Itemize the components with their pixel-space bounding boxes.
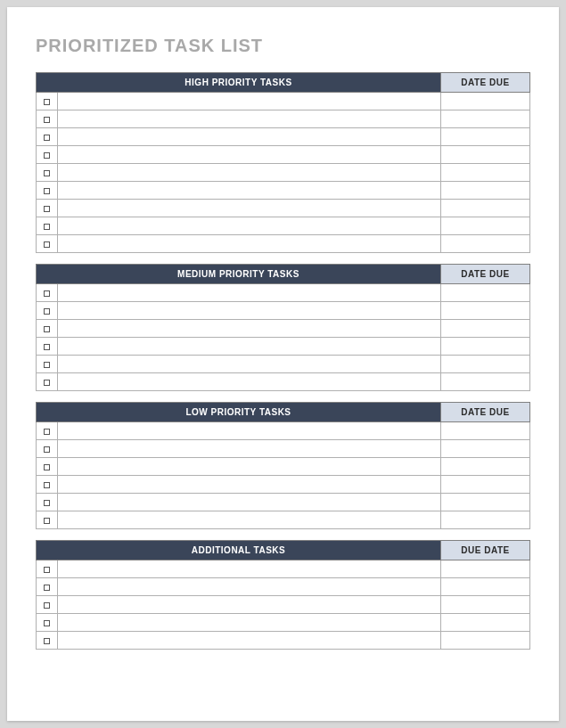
checkbox-cell[interactable]: [37, 182, 58, 200]
checkbox-cell[interactable]: [37, 338, 58, 356]
task-cell[interactable]: [58, 458, 441, 476]
task-cell[interactable]: [58, 200, 441, 217]
date-due-cell[interactable]: [441, 302, 530, 320]
date-due-cell[interactable]: [441, 440, 530, 458]
checkbox-icon[interactable]: [44, 241, 50, 248]
task-cell[interactable]: [58, 338, 441, 356]
date-due-cell[interactable]: [441, 110, 530, 128]
task-cell[interactable]: [58, 146, 441, 164]
checkbox-cell[interactable]: [37, 614, 58, 632]
task-cell[interactable]: [58, 476, 441, 494]
checkbox-icon[interactable]: [44, 518, 50, 524]
checkbox-icon[interactable]: [44, 152, 50, 159]
date-due-cell[interactable]: [441, 235, 530, 253]
checkbox-icon[interactable]: [44, 206, 50, 212]
date-due-cell[interactable]: [441, 494, 530, 511]
date-due-cell[interactable]: [441, 356, 530, 373]
date-due-cell[interactable]: [441, 200, 530, 217]
checkbox-icon[interactable]: [44, 135, 50, 141]
checkbox-cell[interactable]: [37, 476, 58, 494]
task-cell[interactable]: [58, 110, 441, 128]
task-cell[interactable]: [58, 422, 441, 440]
checkbox-cell[interactable]: [37, 284, 58, 302]
checkbox-cell[interactable]: [37, 320, 58, 338]
checkbox-cell[interactable]: [37, 422, 58, 440]
checkbox-icon[interactable]: [44, 188, 50, 194]
checkbox-cell[interactable]: [37, 164, 58, 182]
checkbox-cell[interactable]: [37, 128, 58, 146]
checkbox-icon[interactable]: [44, 170, 50, 176]
checkbox-icon[interactable]: [44, 117, 50, 123]
task-cell[interactable]: [58, 614, 441, 632]
date-due-cell[interactable]: [441, 614, 530, 632]
checkbox-cell[interactable]: [37, 596, 58, 614]
date-due-cell[interactable]: [441, 164, 530, 182]
date-due-cell[interactable]: [441, 476, 530, 494]
checkbox-icon[interactable]: [44, 344, 50, 350]
checkbox-cell[interactable]: [37, 235, 58, 253]
date-due-cell[interactable]: [441, 182, 530, 200]
checkbox-cell[interactable]: [37, 217, 58, 235]
task-cell[interactable]: [58, 560, 441, 578]
task-cell[interactable]: [58, 320, 441, 338]
checkbox-icon[interactable]: [44, 308, 50, 315]
checkbox-icon[interactable]: [44, 638, 50, 644]
checkbox-icon[interactable]: [44, 567, 50, 573]
checkbox-icon[interactable]: [44, 380, 50, 386]
date-due-cell[interactable]: [441, 422, 530, 440]
date-due-cell[interactable]: [441, 578, 530, 596]
task-cell[interactable]: [58, 164, 441, 182]
date-due-cell[interactable]: [441, 284, 530, 302]
checkbox-cell[interactable]: [37, 200, 58, 217]
checkbox-cell[interactable]: [37, 458, 58, 476]
checkbox-icon[interactable]: [44, 464, 50, 470]
checkbox-cell[interactable]: [37, 511, 58, 529]
task-cell[interactable]: [58, 128, 441, 146]
checkbox-icon[interactable]: [44, 290, 50, 297]
task-cell[interactable]: [58, 632, 441, 650]
date-due-cell[interactable]: [441, 511, 530, 529]
date-due-cell[interactable]: [441, 458, 530, 476]
checkbox-cell[interactable]: [37, 578, 58, 596]
task-cell[interactable]: [58, 235, 441, 253]
task-cell[interactable]: [58, 440, 441, 458]
task-cell[interactable]: [58, 578, 441, 596]
checkbox-cell[interactable]: [37, 110, 58, 128]
checkbox-cell[interactable]: [37, 356, 58, 373]
task-cell[interactable]: [58, 217, 441, 235]
checkbox-cell[interactable]: [37, 302, 58, 320]
checkbox-icon[interactable]: [44, 326, 50, 332]
date-due-cell[interactable]: [441, 320, 530, 338]
checkbox-icon[interactable]: [44, 446, 50, 453]
task-cell[interactable]: [58, 494, 441, 511]
checkbox-icon[interactable]: [44, 602, 50, 609]
checkbox-icon[interactable]: [44, 482, 50, 488]
task-cell[interactable]: [58, 284, 441, 302]
date-due-cell[interactable]: [441, 146, 530, 164]
task-cell[interactable]: [58, 511, 441, 529]
checkbox-cell[interactable]: [37, 93, 58, 110]
date-due-cell[interactable]: [441, 128, 530, 146]
checkbox-icon[interactable]: [44, 500, 50, 506]
date-due-cell[interactable]: [441, 632, 530, 650]
checkbox-icon[interactable]: [44, 99, 50, 105]
checkbox-icon[interactable]: [44, 620, 50, 626]
checkbox-cell[interactable]: [37, 632, 58, 650]
task-cell[interactable]: [58, 373, 441, 391]
date-due-cell[interactable]: [441, 560, 530, 578]
task-cell[interactable]: [58, 596, 441, 614]
checkbox-cell[interactable]: [37, 494, 58, 511]
task-cell[interactable]: [58, 356, 441, 373]
task-cell[interactable]: [58, 302, 441, 320]
date-due-cell[interactable]: [441, 217, 530, 235]
checkbox-icon[interactable]: [44, 585, 50, 591]
date-due-cell[interactable]: [441, 338, 530, 356]
date-due-cell[interactable]: [441, 93, 530, 110]
task-cell[interactable]: [58, 93, 441, 110]
checkbox-cell[interactable]: [37, 560, 58, 578]
checkbox-cell[interactable]: [37, 373, 58, 391]
checkbox-cell[interactable]: [37, 146, 58, 164]
task-cell[interactable]: [58, 182, 441, 200]
date-due-cell[interactable]: [441, 596, 530, 614]
date-due-cell[interactable]: [441, 373, 530, 391]
